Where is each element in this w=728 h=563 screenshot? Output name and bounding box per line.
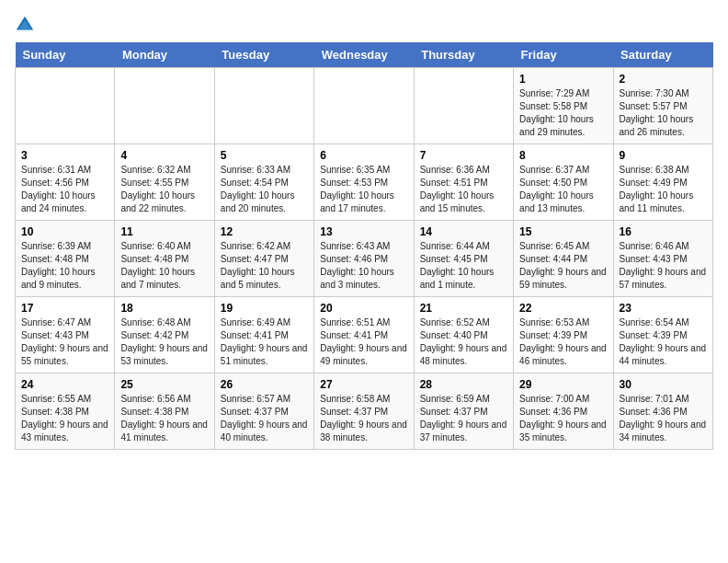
- day-number: 21: [420, 302, 507, 315]
- day-info: Sunrise: 6:31 AM Sunset: 4:56 PM Dayligh…: [21, 164, 108, 215]
- day-number: 16: [620, 225, 707, 238]
- day-info: Sunrise: 6:56 AM Sunset: 4:38 PM Dayligh…: [120, 393, 208, 444]
- calendar-cell: 5Sunrise: 6:33 AM Sunset: 4:54 PM Daylig…: [214, 144, 313, 221]
- day-info: Sunrise: 6:49 AM Sunset: 4:41 PM Dayligh…: [221, 316, 308, 368]
- day-number: 25: [120, 378, 208, 391]
- calendar-cell: 3Sunrise: 6:31 AM Sunset: 4:56 PM Daylig…: [16, 144, 115, 221]
- day-number: 4: [120, 149, 208, 162]
- page-header: [15, 15, 713, 35]
- calendar-cell: 11Sunrise: 6:40 AM Sunset: 4:48 PM Dayli…: [115, 221, 214, 297]
- calendar-cell: [414, 68, 513, 144]
- day-info: Sunrise: 6:40 AM Sunset: 4:48 PM Dayligh…: [120, 240, 208, 292]
- day-info: Sunrise: 7:01 AM Sunset: 4:36 PM Dayligh…: [620, 393, 707, 444]
- day-info: Sunrise: 6:57 AM Sunset: 4:37 PM Dayligh…: [221, 393, 308, 444]
- day-number: 20: [320, 302, 407, 315]
- day-info: Sunrise: 6:35 AM Sunset: 4:53 PM Dayligh…: [320, 164, 407, 215]
- day-number: 2: [620, 73, 707, 86]
- calendar-cell: 9Sunrise: 6:38 AM Sunset: 4:49 PM Daylig…: [613, 144, 712, 221]
- calendar-cell: [16, 68, 115, 144]
- day-info: Sunrise: 6:45 AM Sunset: 4:44 PM Dayligh…: [519, 240, 607, 292]
- calendar-cell: 15Sunrise: 6:45 AM Sunset: 4:44 PM Dayli…: [514, 221, 613, 297]
- logo-icon: [15, 15, 35, 35]
- calendar-cell: 14Sunrise: 6:44 AM Sunset: 4:45 PM Dayli…: [414, 221, 513, 297]
- calendar-cell: 10Sunrise: 6:39 AM Sunset: 4:48 PM Dayli…: [16, 221, 115, 297]
- day-number: 1: [519, 73, 607, 86]
- calendar-cell: [115, 68, 214, 144]
- calendar-cell: 8Sunrise: 6:37 AM Sunset: 4:50 PM Daylig…: [514, 144, 613, 221]
- calendar-week-row: 24Sunrise: 6:55 AM Sunset: 4:38 PM Dayli…: [16, 373, 713, 450]
- day-info: Sunrise: 7:30 AM Sunset: 5:57 PM Dayligh…: [620, 87, 707, 139]
- day-number: 5: [221, 149, 308, 162]
- day-number: 23: [620, 302, 707, 315]
- logo: [15, 15, 37, 35]
- day-info: Sunrise: 6:59 AM Sunset: 4:37 PM Dayligh…: [420, 393, 507, 444]
- day-info: Sunrise: 6:33 AM Sunset: 4:54 PM Dayligh…: [221, 164, 308, 215]
- calendar-cell: 25Sunrise: 6:56 AM Sunset: 4:38 PM Dayli…: [115, 373, 214, 450]
- calendar-cell: 27Sunrise: 6:58 AM Sunset: 4:37 PM Dayli…: [314, 373, 414, 450]
- calendar-cell: 7Sunrise: 6:36 AM Sunset: 4:51 PM Daylig…: [414, 144, 513, 221]
- day-info: Sunrise: 6:36 AM Sunset: 4:51 PM Dayligh…: [420, 164, 507, 215]
- day-info: Sunrise: 6:54 AM Sunset: 4:39 PM Dayligh…: [620, 316, 707, 368]
- day-info: Sunrise: 6:55 AM Sunset: 4:38 PM Dayligh…: [21, 393, 108, 444]
- calendar-cell: 29Sunrise: 7:00 AM Sunset: 4:36 PM Dayli…: [514, 373, 613, 450]
- day-number: 22: [519, 302, 607, 315]
- calendar-week-row: 17Sunrise: 6:47 AM Sunset: 4:43 PM Dayli…: [16, 297, 713, 373]
- day-number: 19: [221, 302, 308, 315]
- calendar-cell: 30Sunrise: 7:01 AM Sunset: 4:36 PM Dayli…: [613, 373, 712, 450]
- day-info: Sunrise: 6:47 AM Sunset: 4:43 PM Dayligh…: [21, 316, 108, 368]
- day-info: Sunrise: 6:58 AM Sunset: 4:37 PM Dayligh…: [320, 393, 407, 444]
- col-header-tuesday: Tuesday: [214, 42, 313, 68]
- day-number: 9: [620, 149, 707, 162]
- calendar-cell: 6Sunrise: 6:35 AM Sunset: 4:53 PM Daylig…: [314, 144, 414, 221]
- day-info: Sunrise: 7:29 AM Sunset: 5:58 PM Dayligh…: [519, 87, 607, 139]
- day-number: 10: [21, 225, 108, 238]
- calendar-cell: 2Sunrise: 7:30 AM Sunset: 5:57 PM Daylig…: [613, 68, 712, 144]
- calendar-header-row: SundayMondayTuesdayWednesdayThursdayFrid…: [16, 42, 713, 68]
- day-number: 24: [21, 378, 108, 391]
- day-info: Sunrise: 6:37 AM Sunset: 4:50 PM Dayligh…: [519, 164, 607, 215]
- day-number: 14: [420, 225, 507, 238]
- day-number: 6: [320, 149, 407, 162]
- day-info: Sunrise: 6:51 AM Sunset: 4:41 PM Dayligh…: [320, 316, 407, 368]
- day-info: Sunrise: 7:00 AM Sunset: 4:36 PM Dayligh…: [519, 393, 607, 444]
- calendar-cell: 4Sunrise: 6:32 AM Sunset: 4:55 PM Daylig…: [115, 144, 214, 221]
- day-number: 28: [420, 378, 507, 391]
- col-header-wednesday: Wednesday: [314, 42, 414, 68]
- day-number: 30: [620, 378, 707, 391]
- calendar-cell: [214, 68, 313, 144]
- day-number: 15: [519, 225, 607, 238]
- calendar-cell: 19Sunrise: 6:49 AM Sunset: 4:41 PM Dayli…: [214, 297, 313, 373]
- day-number: 8: [519, 149, 607, 162]
- calendar-cell: 26Sunrise: 6:57 AM Sunset: 4:37 PM Dayli…: [214, 373, 313, 450]
- day-number: 12: [221, 225, 308, 238]
- col-header-monday: Monday: [115, 42, 214, 68]
- calendar-week-row: 1Sunrise: 7:29 AM Sunset: 5:58 PM Daylig…: [16, 68, 713, 144]
- day-number: 3: [21, 149, 108, 162]
- calendar-cell: 28Sunrise: 6:59 AM Sunset: 4:37 PM Dayli…: [414, 373, 513, 450]
- calendar-week-row: 10Sunrise: 6:39 AM Sunset: 4:48 PM Dayli…: [16, 221, 713, 297]
- col-header-sunday: Sunday: [16, 42, 115, 68]
- day-number: 11: [120, 225, 208, 238]
- calendar-cell: 24Sunrise: 6:55 AM Sunset: 4:38 PM Dayli…: [16, 373, 115, 450]
- day-info: Sunrise: 6:42 AM Sunset: 4:47 PM Dayligh…: [221, 240, 308, 292]
- day-number: 13: [320, 225, 407, 238]
- day-info: Sunrise: 6:38 AM Sunset: 4:49 PM Dayligh…: [620, 164, 707, 215]
- day-number: 18: [120, 302, 208, 315]
- day-number: 27: [320, 378, 407, 391]
- calendar-table: SundayMondayTuesdayWednesdayThursdayFrid…: [15, 42, 713, 450]
- day-info: Sunrise: 6:53 AM Sunset: 4:39 PM Dayligh…: [519, 316, 607, 368]
- day-info: Sunrise: 6:48 AM Sunset: 4:42 PM Dayligh…: [120, 316, 208, 368]
- calendar-cell: 12Sunrise: 6:42 AM Sunset: 4:47 PM Dayli…: [214, 221, 313, 297]
- day-info: Sunrise: 6:46 AM Sunset: 4:43 PM Dayligh…: [620, 240, 707, 292]
- calendar-cell: 16Sunrise: 6:46 AM Sunset: 4:43 PM Dayli…: [613, 221, 712, 297]
- calendar-cell: [314, 68, 414, 144]
- calendar-cell: 18Sunrise: 6:48 AM Sunset: 4:42 PM Dayli…: [115, 297, 214, 373]
- calendar-cell: 21Sunrise: 6:52 AM Sunset: 4:40 PM Dayli…: [414, 297, 513, 373]
- calendar-cell: 17Sunrise: 6:47 AM Sunset: 4:43 PM Dayli…: [16, 297, 115, 373]
- day-number: 29: [519, 378, 607, 391]
- calendar-cell: 20Sunrise: 6:51 AM Sunset: 4:41 PM Dayli…: [314, 297, 414, 373]
- day-info: Sunrise: 6:39 AM Sunset: 4:48 PM Dayligh…: [21, 240, 108, 292]
- col-header-thursday: Thursday: [414, 42, 513, 68]
- calendar-week-row: 3Sunrise: 6:31 AM Sunset: 4:56 PM Daylig…: [16, 144, 713, 221]
- calendar-cell: 22Sunrise: 6:53 AM Sunset: 4:39 PM Dayli…: [514, 297, 613, 373]
